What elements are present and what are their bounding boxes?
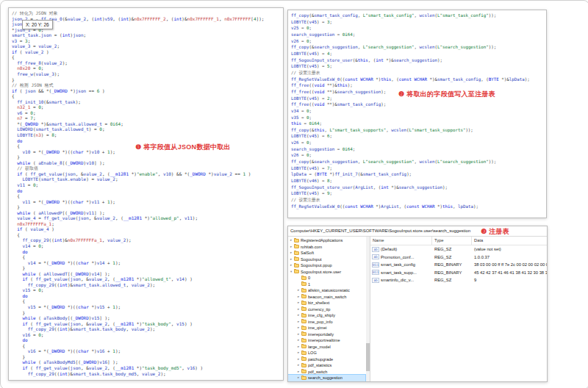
code-line: do <box>12 337 280 343</box>
value-type: REG_BINARY <box>432 262 472 267</box>
code-line: ff_RegSetValueExW_0((const WCHAR *)ArgLi… <box>291 204 543 210</box>
value-type: REG_SZ <box>432 278 472 282</box>
tree-item-label: beacon_main_switch <box>308 295 346 299</box>
registry-tree-item[interactable]: ▸ime_cfg_shiply <box>288 312 365 319</box>
folder-icon <box>301 320 306 323</box>
folder-icon <box>301 351 306 355</box>
value-name: smart_task_supp... <box>381 270 417 275</box>
code-line: } <box>12 354 280 360</box>
registry-tree-item[interactable]: ▸beacon_main_switch <box>288 294 365 301</box>
value-type: REG_BINARY <box>432 270 472 275</box>
value-data: 9 <box>472 278 547 282</box>
code-line: smart_task.json = (int)json; <box>12 32 280 38</box>
registry-value-row[interactable]: ab(Default)REG_SZ(value not set) <box>370 245 547 254</box>
tree-scrollbar-thumb[interactable] <box>366 343 370 371</box>
tree-item-label: 1 <box>308 282 310 287</box>
code-line: } <box>12 310 280 316</box>
string-value-icon: ab <box>372 254 379 259</box>
folder-icon <box>301 332 306 336</box>
code-line: while ( aAllowedP[(_DWORD)v11] ); <box>12 210 280 216</box>
code-line: if ( ff_get_value(json, &value_2, (__m12… <box>12 365 280 371</box>
code-line: { <box>12 193 280 199</box>
tree-item-label: imereportrealtime <box>308 338 340 342</box>
column-header-data[interactable]: Data <box>472 237 547 245</box>
code-line: LOBYTE(v45) = 6; <box>291 133 543 140</box>
code-line: v11 = *(_DWORD *)((char *)v11 + 1); <box>12 199 280 205</box>
code-line: search_suggestion = 0i64; <box>291 146 543 153</box>
code-line: LOBYTE(n3) = 8; <box>12 132 280 138</box>
registry-tree-item[interactable]: ▸SogouInput <box>288 256 365 263</box>
registry-tree-item[interactable]: 0 <box>288 275 365 281</box>
folder-icon <box>301 345 306 348</box>
tree-item-label: SogouInput.ppup <box>301 263 332 267</box>
registry-tree-item[interactable]: ▸currency_tip <box>288 306 365 313</box>
code-line: LOWORD(smart_task.allowed_t) = 0; <box>12 126 280 132</box>
column-header-name[interactable]: Name <box>370 237 432 245</box>
code-line: ff_SogouInput_store_user(ArgList, (int *… <box>291 184 543 191</box>
tree-item-label: RegisteredApplications <box>301 238 343 242</box>
code-line: if ( ff_get_value(json, &value_2, (__m12… <box>12 276 280 282</box>
folder-icon <box>301 295 306 298</box>
tree-scrollbar-track[interactable] <box>366 237 370 381</box>
code-line: n7 = 7; <box>12 115 280 121</box>
code-line: LOBYTE(v45) = 3; <box>291 19 543 26</box>
column-header-type[interactable]: Type <box>432 237 472 245</box>
registry-tree-item[interactable]: ▸allskin_statusiconstatic <box>288 287 365 294</box>
code-line: v14 = 0; <box>12 243 280 249</box>
folder-icon <box>294 251 299 255</box>
code-line: { <box>12 254 280 260</box>
code-line: do <box>12 249 280 255</box>
registry-tree-item[interactable]: ▸search_suggestion <box>288 375 365 381</box>
registry-tree-item[interactable]: ▸ime_pop_info <box>288 319 365 326</box>
code-line: this = 0i64; <box>291 121 543 127</box>
registry-value-row[interactable]: abPromotion_conf...REG_SZ1.0.0.37 <box>370 254 547 262</box>
registry-tree-item[interactable]: ▸pdf_statistics <box>288 362 365 369</box>
code-line: value_4 = ff_get_value(json, &value_2, (… <box>12 215 280 221</box>
registry-tree-item[interactable]: ▸LOG <box>288 350 365 356</box>
registry-value-row[interactable]: 011smart_task_configREG_BINARY38 03 00 0… <box>370 261 547 269</box>
registry-tree-item[interactable]: ▾SogouInput.store.user <box>288 269 365 276</box>
registry-tree-item[interactable]: ▸pdf_switch <box>288 369 365 376</box>
code-line: LOBYTE(smart_task.enable) = value_2; <box>12 176 280 182</box>
code-line: ff_RegSetValueExW_0((const WCHAR *)this,… <box>291 76 543 83</box>
code-line: { <box>12 93 280 99</box>
tree-item-label: 0 <box>308 276 310 280</box>
tree-item-label: LOG <box>308 351 317 355</box>
string-value-icon: ab <box>372 278 379 283</box>
value-data: 45 42 42 37 41 46 41 38 41 32 30 38 36 3… <box>472 270 547 275</box>
value-name-cell: 011smart_task_config <box>370 262 432 267</box>
folder-icon <box>301 307 306 311</box>
code-line: v16 = *(_DWORD *)((char *)v16 + 1); <box>12 348 280 354</box>
code-line: // 获取值 <box>12 165 280 171</box>
code-line: { <box>12 298 280 304</box>
registry-tree-item[interactable]: 1 <box>288 281 365 288</box>
registry-tree-item[interactable]: ▸SogouInput.ppup <box>288 262 365 269</box>
registry-tree-item[interactable]: ▸imereportdaily <box>288 331 365 338</box>
registry-key-tree: ▸RegisteredApplications▸rohitab.com▸SalS… <box>288 237 370 381</box>
registry-tree-item[interactable]: ▸imereportrealtime <box>288 337 365 344</box>
value-name: (Default) <box>381 247 397 251</box>
tree-item-label: pdf_statistics <box>308 363 331 367</box>
tree-item-label: ime_pop_info <box>308 320 333 324</box>
code-line: ff_copy_29((int)&n0x7FFFFFFa_1, value_2)… <box>12 237 280 243</box>
code-line: ff_copy_29((int)&smart_task.allowed_t, v… <box>12 282 280 288</box>
registry-tree-item[interactable]: ▸rohitab.com <box>288 244 365 251</box>
registry-tree-item[interactable]: ▸large_model <box>288 344 365 351</box>
registry-tree-item[interactable]: ▸biz_shellext <box>288 300 365 306</box>
registry-value-row[interactable]: absmartinfo_dic_v...REG_SZ9 <box>370 276 547 284</box>
registry-tree-item[interactable]: ▸patchupgrade <box>288 356 365 363</box>
code-line: ff_copy(&smart_task_config, L"smart_task… <box>291 12 543 19</box>
registry-tree-item[interactable]: ▸ime_qimei <box>288 325 365 331</box>
code-line: ff_init_10(&smart_task); <box>12 99 280 105</box>
tree-item-label: SalSoft <box>301 251 314 255</box>
folder-icon <box>294 270 299 273</box>
tree-item-label: SogouInput <box>301 257 322 262</box>
code-line: do <box>12 293 280 299</box>
tree-item-label: ime_cfg_shiply <box>308 313 335 317</box>
code-line: } <box>12 265 280 271</box>
folder-icon <box>294 239 299 242</box>
registry-tree-item[interactable]: ▸SalSoft <box>288 250 365 256</box>
registry-tree-item[interactable]: ▸RegisteredApplications <box>288 237 365 244</box>
registry-value-row[interactable]: 011smart_task_supp...REG_BINARY45 42 42 … <box>370 269 547 277</box>
code-line: v35 = 0; <box>291 115 543 121</box>
